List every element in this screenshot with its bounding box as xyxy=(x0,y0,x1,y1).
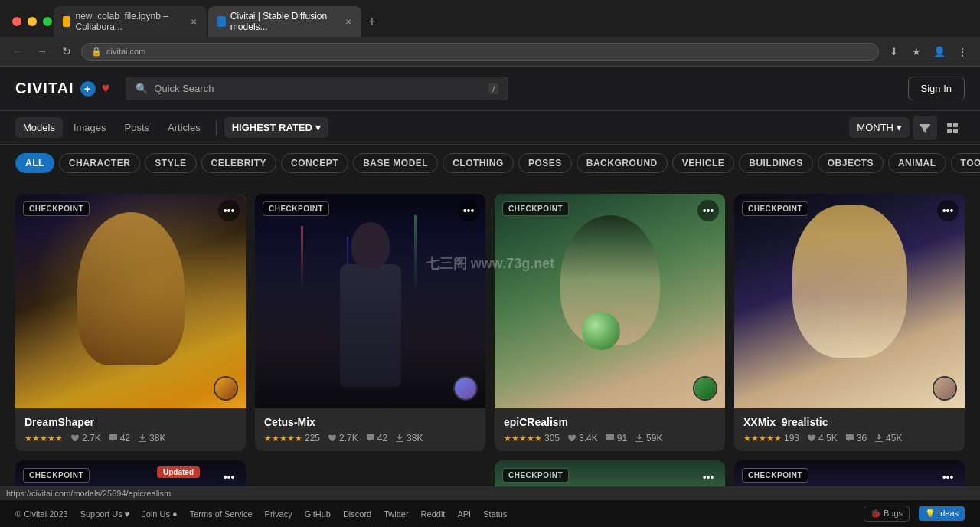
search-icon: 🔍 xyxy=(136,83,148,94)
card-menu-dreamshaper[interactable]: ••• xyxy=(218,200,240,221)
card-menu-row2-3[interactable]: ••• xyxy=(937,466,959,488)
card-stats-xxmix: ★★★★★ 193 4.5K 36 45K xyxy=(743,433,956,444)
card-image-dreamshaper: CHECKPOINT ••• xyxy=(15,194,246,408)
nav-images[interactable]: Images xyxy=(66,117,114,138)
model-card-cetusmix[interactable]: CHECKPOINT ••• Cetus-Mix ★★★★★ 225 xyxy=(255,194,485,451)
card-name-xxmix: XXMix_9realistic xyxy=(743,416,956,428)
cat-concept[interactable]: CONCEPT xyxy=(281,153,348,173)
address-bar[interactable]: 🔒 civitai.com xyxy=(81,43,879,61)
address-lock-icon: 🔒 xyxy=(91,47,102,57)
ideas-button[interactable]: 💡 Ideas xyxy=(919,506,965,521)
cat-animal[interactable]: ANIMAL xyxy=(888,153,946,173)
maximize-window-btn[interactable] xyxy=(43,17,52,26)
card-avatar-cetusmix xyxy=(453,376,478,401)
reload-button[interactable]: ↻ xyxy=(57,41,77,61)
bookmark-button[interactable]: ★ xyxy=(906,41,926,61)
footer-support-us[interactable]: Support Us ♥ xyxy=(80,509,130,519)
card-stats-dreamshaper: ★★★★★ 2.7K 42 38K xyxy=(24,433,237,444)
card-menu-row2-1[interactable]: ••• xyxy=(218,466,240,488)
category-bar: ALL CHARACTER STYLE CELEBRITY CONCEPT BA… xyxy=(0,145,980,182)
card-avatar-dreamshaper xyxy=(214,376,238,401)
new-tab-button[interactable]: + xyxy=(363,12,381,31)
more-button[interactable]: ⋮ xyxy=(952,41,972,61)
card-comments-cetusmix: 42 xyxy=(366,433,387,444)
browser-tabs: new_colab_file.ipynb – Collabora... ✕ Ci… xyxy=(0,0,980,37)
nav-posts[interactable]: Posts xyxy=(117,117,158,138)
card-downloads-dreamshaper: 38K xyxy=(138,433,165,444)
cat-objects[interactable]: OBJECTS xyxy=(818,153,884,173)
cat-tool[interactable]: TOOL xyxy=(951,153,980,173)
bugs-button[interactable]: 🐞 Bugs xyxy=(864,506,910,522)
cat-base-model[interactable]: BASE MODEL xyxy=(353,153,438,173)
layout-button[interactable] xyxy=(940,116,965,140)
card-menu-xxmix[interactable]: ••• xyxy=(937,200,959,221)
highest-rated-chevron: ▾ xyxy=(315,122,321,133)
footer-reddit[interactable]: Reddit xyxy=(421,509,446,519)
nav-articles[interactable]: Articles xyxy=(160,117,208,138)
footer-discord[interactable]: Discord xyxy=(343,509,371,519)
cat-buildings[interactable]: BUILDINGS xyxy=(739,153,813,173)
tab-close-colab[interactable]: ✕ xyxy=(190,16,198,27)
card-info-epicrealism: epiCRealism ★★★★★ 305 3.4K 91 xyxy=(495,408,725,451)
card-name-dreamshaper: DreamShaper xyxy=(24,416,237,428)
model-card-dreamshaper[interactable]: CHECKPOINT ••• DreamShaper ★★★★★ 2 xyxy=(15,194,246,451)
card-downloads-cetusmix: 38K xyxy=(395,433,423,444)
footer-terms[interactable]: Terms of Service xyxy=(190,509,253,519)
tab-colab[interactable]: new_colab_file.ipynb – Collabora... ✕ xyxy=(54,6,207,37)
month-label: MONTH xyxy=(857,122,893,133)
logo-heart-icon[interactable]: ♥ xyxy=(102,80,111,97)
card-badge-row2-1: CHECKPOINT xyxy=(23,468,90,483)
sign-in-button[interactable]: Sign In xyxy=(908,77,965,100)
footer-status[interactable]: Status xyxy=(483,509,507,519)
tab-close-civitai[interactable]: ✕ xyxy=(344,16,352,27)
model-card-xxmix[interactable]: CHECKPOINT ••• XXMix_9realistic ★★★★★ 19… xyxy=(734,194,965,451)
extensions-button[interactable]: ⬇ xyxy=(884,41,903,61)
card-badge-row2-3: CHECKPOINT xyxy=(742,468,808,483)
footer-privacy[interactable]: Privacy xyxy=(265,509,292,519)
nav-models[interactable]: Models xyxy=(15,117,63,138)
cat-poses[interactable]: POSES xyxy=(518,153,572,173)
model-card-epicrealism[interactable]: CHECKPOINT ••• epiCRealism ★★★★★ 305 xyxy=(495,194,725,451)
layout-icon xyxy=(946,122,959,134)
cat-style[interactable]: STYLE xyxy=(145,153,196,173)
logo-plus-button[interactable]: + xyxy=(80,81,96,97)
cat-character[interactable]: CHARACTER xyxy=(59,153,141,173)
cat-background[interactable]: BACKGROUND xyxy=(577,153,668,173)
card-menu-epicrealism[interactable]: ••• xyxy=(697,200,719,221)
cat-all[interactable]: ALL xyxy=(15,153,54,173)
search-bar[interactable]: 🔍 Quick Search / xyxy=(126,77,508,100)
footer-join-us[interactable]: Join Us ● xyxy=(142,509,177,519)
card-likes-dreamshaper: 2.7K xyxy=(70,433,101,444)
logo[interactable]: CIVITAI + ♥ xyxy=(15,80,110,97)
back-button[interactable]: ← xyxy=(8,41,28,61)
card-stats-epicrealism: ★★★★★ 305 3.4K 91 59K xyxy=(504,433,716,444)
close-window-btn[interactable] xyxy=(12,17,21,26)
card-name-cetusmix: Cetus-Mix xyxy=(264,416,476,428)
profile-button[interactable]: 👤 xyxy=(929,41,949,61)
forward-button[interactable]: → xyxy=(32,41,52,61)
tab-favicon-colab xyxy=(63,16,70,27)
nav-bar: Models Images Posts Articles HIGHEST RAT… xyxy=(0,111,980,145)
tab-civitai[interactable]: Civitai | Stable Diffusion models... ✕ xyxy=(208,6,361,37)
highest-rated-button[interactable]: HIGHEST RATED ▾ xyxy=(224,117,328,138)
card-menu-cetusmix[interactable]: ••• xyxy=(458,200,479,221)
tab-favicon-civitai xyxy=(217,16,226,27)
card-menu-row2-2[interactable]: ••• xyxy=(697,466,719,488)
browser-chrome: new_colab_file.ipynb – Collabora... ✕ Ci… xyxy=(0,0,980,67)
footer-github[interactable]: GitHub xyxy=(305,509,331,519)
card-comments-epicrealism: 91 xyxy=(606,433,627,444)
header: CIVITAI + ♥ 🔍 Quick Search / Sign In xyxy=(0,67,980,111)
card-stars-xxmix: ★★★★★ 193 xyxy=(743,433,799,444)
cat-clothing[interactable]: CLOTHING xyxy=(443,153,514,173)
cat-vehicle[interactable]: VEHICLE xyxy=(672,153,735,173)
footer-api[interactable]: API xyxy=(457,509,471,519)
footer-twitter[interactable]: Twitter xyxy=(384,509,408,519)
minimize-window-btn[interactable] xyxy=(28,17,37,26)
model-grid: CHECKPOINT ••• DreamShaper ★★★★★ 2 xyxy=(15,194,965,451)
content: CHECKPOINT ••• DreamShaper ★★★★★ 2 xyxy=(0,182,980,526)
month-button[interactable]: MONTH ▾ xyxy=(849,117,910,138)
app: CIVITAI + ♥ 🔍 Quick Search / Sign In Mod… xyxy=(0,67,980,527)
cat-celebrity[interactable]: CELEBRITY xyxy=(201,153,277,173)
card-badge-row2-2: CHECKPOINT xyxy=(502,468,569,483)
filter-button[interactable] xyxy=(913,116,937,140)
